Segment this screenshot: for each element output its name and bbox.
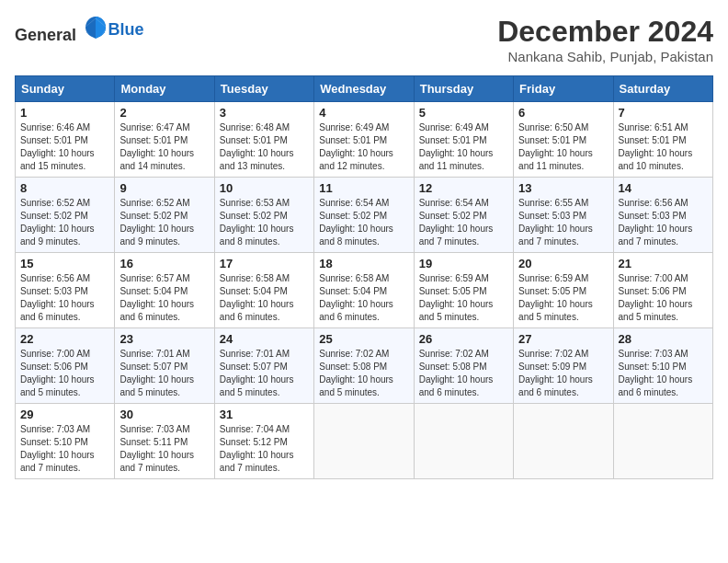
calendar-cell: 28 Sunrise: 7:03 AM Sunset: 5:10 PM Dayl… [613,328,712,404]
calendar-cell: 26 Sunrise: 7:02 AM Sunset: 5:08 PM Dayl… [414,328,513,404]
day-number: 20 [518,257,608,270]
calendar-cell: 12 Sunrise: 6:54 AM Sunset: 5:02 PM Dayl… [414,178,513,253]
day-info: Sunrise: 7:01 AM Sunset: 5:07 PM Dayligh… [119,348,209,399]
calendar-cell: 25 Sunrise: 7:02 AM Sunset: 5:08 PM Dayl… [314,328,414,404]
calendar-cell: 16 Sunrise: 6:57 AM Sunset: 5:04 PM Dayl… [115,253,214,328]
day-number: 12 [419,181,508,195]
day-info: Sunrise: 6:52 AM Sunset: 5:02 PM Dayligh… [20,197,109,248]
calendar-week-4: 22 Sunrise: 7:00 AM Sunset: 5:06 PM Dayl… [16,328,713,404]
day-info: Sunrise: 6:57 AM Sunset: 5:04 PM Dayligh… [119,272,209,324]
day-number: 19 [419,257,508,270]
calendar-header-sunday: Sunday [16,76,115,102]
day-info: Sunrise: 6:49 AM Sunset: 5:01 PM Dayligh… [319,121,408,173]
calendar-cell [414,404,513,479]
day-number: 6 [518,106,608,120]
calendar-cell: 15 Sunrise: 6:56 AM Sunset: 5:03 PM Dayl… [16,253,115,328]
day-number: 22 [20,332,109,346]
calendar-cell: 19 Sunrise: 6:59 AM Sunset: 5:05 PM Dayl… [414,253,513,328]
day-number: 31 [220,408,309,421]
calendar-cell: 8 Sunrise: 6:52 AM Sunset: 5:02 PM Dayli… [16,178,115,253]
calendar-cell: 4 Sunrise: 6:49 AM Sunset: 5:01 PM Dayli… [314,102,414,178]
day-number: 29 [20,408,109,421]
day-number: 1 [20,106,109,120]
day-info: Sunrise: 7:03 AM Sunset: 5:10 PM Dayligh… [619,348,708,399]
day-info: Sunrise: 6:53 AM Sunset: 5:02 PM Dayligh… [220,197,309,248]
calendar-cell: 29 Sunrise: 7:03 AM Sunset: 5:10 PM Dayl… [16,404,115,479]
title-block: December 2024 Nankana Sahib, Punjab, Pak… [497,15,713,64]
day-info: Sunrise: 6:55 AM Sunset: 5:03 PM Dayligh… [518,197,608,248]
day-number: 23 [119,332,209,346]
calendar-cell: 9 Sunrise: 6:52 AM Sunset: 5:02 PM Dayli… [115,178,214,253]
calendar-header-tuesday: Tuesday [214,76,313,102]
day-info: Sunrise: 7:03 AM Sunset: 5:11 PM Dayligh… [119,423,209,475]
day-info: Sunrise: 6:58 AM Sunset: 5:04 PM Dayligh… [319,272,408,324]
calendar-cell [613,404,712,479]
location-title: Nankana Sahib, Punjab, Pakistan [497,49,713,64]
calendar-cell: 22 Sunrise: 7:00 AM Sunset: 5:06 PM Dayl… [16,328,115,404]
day-info: Sunrise: 6:49 AM Sunset: 5:01 PM Dayligh… [419,121,508,173]
day-info: Sunrise: 6:52 AM Sunset: 5:02 PM Dayligh… [119,197,209,248]
calendar-cell: 7 Sunrise: 6:51 AM Sunset: 5:01 PM Dayli… [613,102,712,178]
calendar-body: 1 Sunrise: 6:46 AM Sunset: 5:01 PM Dayli… [16,102,713,479]
day-number: 4 [319,106,408,120]
day-number: 9 [119,181,209,195]
calendar-header-monday: Monday [115,76,214,102]
logo-icon [83,15,108,40]
day-info: Sunrise: 7:02 AM Sunset: 5:08 PM Dayligh… [419,348,508,399]
day-number: 13 [518,181,608,195]
calendar-cell: 10 Sunrise: 6:53 AM Sunset: 5:02 PM Dayl… [214,178,313,253]
day-number: 15 [20,257,109,270]
logo: General Blue [15,15,144,45]
calendar-week-5: 29 Sunrise: 7:03 AM Sunset: 5:10 PM Dayl… [16,404,713,479]
day-number: 28 [619,332,708,346]
calendar-cell: 31 Sunrise: 7:04 AM Sunset: 5:12 PM Dayl… [214,404,313,479]
calendar-cell: 13 Sunrise: 6:55 AM Sunset: 5:03 PM Dayl… [514,178,613,253]
calendar-cell: 27 Sunrise: 7:02 AM Sunset: 5:09 PM Dayl… [514,328,613,404]
day-number: 2 [119,106,209,120]
day-number: 24 [220,332,309,346]
calendar-header-wednesday: Wednesday [314,76,414,102]
day-info: Sunrise: 6:58 AM Sunset: 5:04 PM Dayligh… [220,272,309,324]
day-number: 10 [220,181,309,195]
day-number: 25 [319,332,408,346]
day-number: 27 [518,332,608,346]
calendar-cell: 17 Sunrise: 6:58 AM Sunset: 5:04 PM Dayl… [214,253,313,328]
day-info: Sunrise: 6:50 AM Sunset: 5:01 PM Dayligh… [518,121,608,173]
calendar-cell: 5 Sunrise: 6:49 AM Sunset: 5:01 PM Dayli… [414,102,513,178]
day-info: Sunrise: 6:59 AM Sunset: 5:05 PM Dayligh… [518,272,608,324]
day-info: Sunrise: 7:03 AM Sunset: 5:10 PM Dayligh… [20,423,109,475]
calendar-header-saturday: Saturday [613,76,712,102]
calendar-cell: 14 Sunrise: 6:56 AM Sunset: 5:03 PM Dayl… [613,178,712,253]
day-info: Sunrise: 6:54 AM Sunset: 5:02 PM Dayligh… [419,197,508,248]
day-info: Sunrise: 6:59 AM Sunset: 5:05 PM Dayligh… [419,272,508,324]
day-number: 18 [319,257,408,270]
day-info: Sunrise: 7:00 AM Sunset: 5:06 PM Dayligh… [619,272,708,324]
day-info: Sunrise: 7:02 AM Sunset: 5:09 PM Dayligh… [518,348,608,399]
calendar-header-thursday: Thursday [414,76,513,102]
day-number: 26 [419,332,508,346]
day-info: Sunrise: 6:56 AM Sunset: 5:03 PM Dayligh… [619,197,708,248]
calendar-week-1: 1 Sunrise: 6:46 AM Sunset: 5:01 PM Dayli… [16,102,713,178]
calendar-week-3: 15 Sunrise: 6:56 AM Sunset: 5:03 PM Dayl… [16,253,713,328]
day-number: 30 [119,408,209,421]
calendar-cell [514,404,613,479]
calendar-cell: 24 Sunrise: 7:01 AM Sunset: 5:07 PM Dayl… [214,328,313,404]
calendar-cell: 11 Sunrise: 6:54 AM Sunset: 5:02 PM Dayl… [314,178,414,253]
calendar-cell: 18 Sunrise: 6:58 AM Sunset: 5:04 PM Dayl… [314,253,414,328]
day-info: Sunrise: 6:54 AM Sunset: 5:02 PM Dayligh… [319,197,408,248]
day-info: Sunrise: 6:51 AM Sunset: 5:01 PM Dayligh… [619,121,708,173]
calendar-cell: 21 Sunrise: 7:00 AM Sunset: 5:06 PM Dayl… [613,253,712,328]
day-number: 5 [419,106,508,120]
day-number: 21 [619,257,708,270]
calendar-cell: 1 Sunrise: 6:46 AM Sunset: 5:01 PM Dayli… [16,102,115,178]
logo-general: General [15,26,76,44]
day-number: 16 [119,257,209,270]
day-info: Sunrise: 6:46 AM Sunset: 5:01 PM Dayligh… [20,121,109,173]
calendar-week-2: 8 Sunrise: 6:52 AM Sunset: 5:02 PM Dayli… [16,178,713,253]
calendar-cell: 30 Sunrise: 7:03 AM Sunset: 5:11 PM Dayl… [115,404,214,479]
calendar-cell: 2 Sunrise: 6:47 AM Sunset: 5:01 PM Dayli… [115,102,214,178]
day-number: 17 [220,257,309,270]
day-number: 11 [319,181,408,195]
day-number: 3 [220,106,309,120]
day-info: Sunrise: 6:56 AM Sunset: 5:03 PM Dayligh… [20,272,109,324]
